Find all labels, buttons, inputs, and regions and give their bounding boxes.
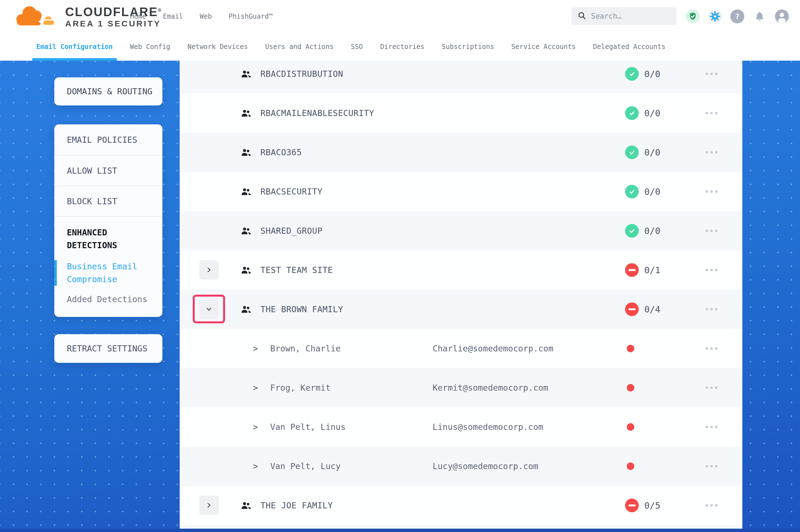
tab-web-config[interactable]: Web Config xyxy=(130,33,170,61)
status-ok-badge xyxy=(625,106,639,120)
member-email: Linus@somedemocorp.com xyxy=(433,407,543,446)
member-chevron-icon[interactable]: > xyxy=(253,329,258,368)
table-row[interactable]: >Brown, CharlieCharlie@somedemocorp.com xyxy=(180,329,742,368)
table-row[interactable]: RBACDISTRUBUTION0/0 xyxy=(180,61,742,94)
row-actions-menu[interactable] xyxy=(706,61,717,94)
main-nav-item-home[interactable]: Home xyxy=(130,13,146,20)
expand-row-button[interactable] xyxy=(199,496,219,515)
member-count: 0/0 xyxy=(644,61,660,94)
tab-directories[interactable]: Directories xyxy=(380,33,424,61)
row-actions-menu[interactable] xyxy=(706,290,717,329)
table-row[interactable]: RBACSECURITY0/0 xyxy=(180,172,742,211)
main-nav: HomeEmailWebPhishGuard™ xyxy=(130,0,273,33)
row-actions-menu[interactable] xyxy=(706,133,717,172)
table-row[interactable]: SHARED_GROUP0/0 xyxy=(180,211,742,250)
shield-check-icon[interactable] xyxy=(686,10,700,23)
row-actions-menu[interactable] xyxy=(706,211,717,250)
table-row[interactable]: >Van Pelt, LucyLucy@somedemocorp.com xyxy=(180,446,742,486)
group-name: RBACMAILENABLESECURITY xyxy=(260,94,374,133)
tab-network-devices[interactable]: Network Devices xyxy=(187,33,248,61)
settings-gear-icon[interactable] xyxy=(708,10,722,23)
member-chevron-icon[interactable]: > xyxy=(253,446,258,486)
member-count: 0/0 xyxy=(644,172,660,211)
cloudflare-logo-icon xyxy=(15,3,61,30)
enhanced-detections-title: ENHANCED DETECTIONS xyxy=(54,217,162,252)
main-nav-item-web[interactable]: Web xyxy=(200,13,212,20)
bottom-edge-bar xyxy=(0,529,800,532)
group-name: THE JOE FAMILY xyxy=(260,486,333,525)
sidebar-item-business-email-compromise[interactable]: Business Email Compromise xyxy=(54,260,162,286)
group-icon xyxy=(240,186,252,197)
groups-table-panel: RBACDISTRUBUTION0/0RBACMAILENABLESECURIT… xyxy=(180,61,742,532)
member-count: 0/1 xyxy=(644,250,660,290)
sidebar-item-block-list[interactable]: BLOCK LIST xyxy=(54,186,162,216)
sidebar-item-domains-routing[interactable]: DOMAINS & ROUTING xyxy=(54,77,162,106)
status-blocked-dot xyxy=(627,384,634,392)
member-name: Frog, Kermit xyxy=(270,368,331,407)
row-actions-menu[interactable] xyxy=(706,446,717,486)
config-tabbar: Email ConfigurationWeb ConfigNetwork Dev… xyxy=(0,33,800,61)
table-row[interactable]: THE JOE FAMILY0/5 xyxy=(180,486,742,525)
search-input[interactable] xyxy=(591,12,671,20)
main-nav-item-email[interactable]: Email xyxy=(163,13,183,20)
table-row[interactable]: RBACO3650/0 xyxy=(180,133,742,172)
row-actions-menu[interactable] xyxy=(706,329,717,368)
sidebar-item-added-detections[interactable]: Added Detections xyxy=(54,293,162,306)
member-chevron-icon[interactable]: > xyxy=(253,407,258,446)
content-area: DOMAINS & ROUTING EMAIL POLICIESALLOW LI… xyxy=(0,61,800,532)
sidebar-policies-card: EMAIL POLICIESALLOW LISTBLOCK LIST ENHAN… xyxy=(54,125,162,317)
status-ok-badge xyxy=(625,185,639,198)
group-icon xyxy=(240,147,252,158)
table-row[interactable]: TEST TEAM SITE0/1 xyxy=(180,250,742,290)
member-count: 0/5 xyxy=(644,486,660,525)
group-icon xyxy=(240,68,252,80)
notifications-bell-icon[interactable] xyxy=(753,10,767,23)
sidebar-item-email-policies[interactable]: EMAIL POLICIES xyxy=(54,125,162,155)
tab-service-accounts[interactable]: Service Accounts xyxy=(511,33,576,61)
table-row[interactable]: >Van Pelt, LinusLinus@somedemocorp.com xyxy=(180,407,742,446)
row-actions-menu[interactable] xyxy=(706,250,717,290)
group-icon xyxy=(240,500,252,511)
header-icon-cluster: ? xyxy=(686,10,789,23)
expand-row-button[interactable] xyxy=(199,260,219,280)
member-email: Lucy@somedemocorp.com xyxy=(433,446,538,486)
status-ok-badge xyxy=(625,224,639,238)
status-blocked-badge xyxy=(625,499,639,512)
app-header: CLOUDFLARE® AREA 1 SECURITY HomeEmailWeb… xyxy=(0,0,800,33)
member-count: 0/0 xyxy=(644,211,660,250)
group-icon xyxy=(240,108,252,119)
help-icon[interactable]: ? xyxy=(730,10,744,23)
group-name: RBACDISTRUBUTION xyxy=(260,61,343,94)
group-name: RBACSECURITY xyxy=(260,172,323,211)
row-actions-menu[interactable] xyxy=(706,486,717,525)
tab-subscriptions[interactable]: Subscriptions xyxy=(442,33,494,61)
table-row[interactable]: >Frog, KermitKermit@somedemocorp.com xyxy=(180,368,742,407)
group-icon xyxy=(240,225,252,237)
row-actions-menu[interactable] xyxy=(706,368,717,407)
search-box[interactable] xyxy=(571,7,676,25)
member-name: Van Pelt, Lucy xyxy=(270,446,341,486)
member-email: Charlie@somedemocorp.com xyxy=(433,329,553,368)
collapse-row-button[interactable] xyxy=(199,299,219,319)
tab-sso[interactable]: SSO xyxy=(351,33,363,61)
tab-users-and-actions[interactable]: Users and Actions xyxy=(265,33,334,61)
group-name: SHARED_GROUP xyxy=(260,211,323,250)
tab-email-configuration[interactable]: Email Configuration xyxy=(36,33,113,61)
row-actions-menu[interactable] xyxy=(706,94,717,133)
main-nav-item-phishguard[interactable]: PhishGuard™ xyxy=(229,13,273,20)
table-row[interactable]: RBACMAILENABLESECURITY0/0 xyxy=(180,94,742,133)
sidebar-item-allow-list[interactable]: ALLOW LIST xyxy=(54,155,162,186)
row-actions-menu[interactable] xyxy=(706,407,717,446)
group-name: RBACO365 xyxy=(260,133,302,172)
tab-delegated-accounts[interactable]: Delegated Accounts xyxy=(593,33,666,61)
member-chevron-icon[interactable]: > xyxy=(253,368,258,407)
member-email: Kermit@somedemocorp.com xyxy=(433,368,548,407)
enhanced-detections-section: ENHANCED DETECTIONS Business Email Compr… xyxy=(54,216,162,306)
account-icon[interactable] xyxy=(775,10,789,23)
table-row[interactable]: THE BROWN FAMILY0/4 xyxy=(180,290,742,329)
sidebar-item-retract-settings[interactable]: RETRACT SETTINGS xyxy=(54,334,162,363)
sidebar: DOMAINS & ROUTING EMAIL POLICIESALLOW LI… xyxy=(54,77,162,363)
search-icon xyxy=(577,11,587,21)
member-count: 0/4 xyxy=(644,290,660,329)
row-actions-menu[interactable] xyxy=(706,172,717,211)
